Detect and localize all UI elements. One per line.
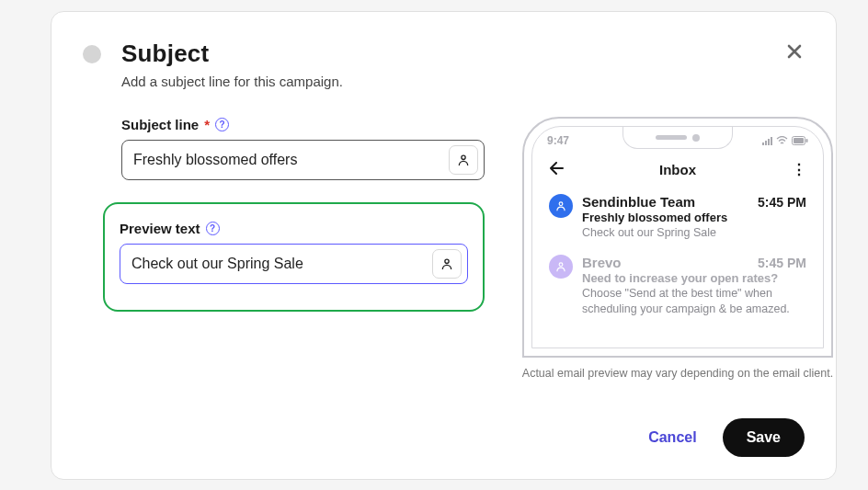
email-time: 5:45 PM [758,195,806,210]
subject-modal: Subject Add a subject line for this camp… [51,11,837,480]
email-body: Sendinblue Team 5:45 PM Freshly blossome… [582,194,806,240]
email-preview: Choose "Send at the best time" when sche… [582,286,806,316]
person-icon [456,153,471,167]
phone-notch [622,127,733,149]
svg-rect-3 [806,139,808,142]
close-icon[interactable] [784,40,805,67]
back-arrow-icon[interactable] [549,160,564,179]
cancel-button[interactable]: Cancel [641,420,703,455]
status-clock: 9:47 [547,134,569,147]
form-column: Subject line * ? Preview text ? [121,117,485,380]
more-icon[interactable]: ⋮ [792,161,806,178]
notch-speaker [656,135,687,140]
modal-header: Subject Add a subject line for this camp… [83,40,805,89]
save-button[interactable]: Save [723,418,805,457]
content-row: Subject line * ? Preview text ? [121,117,805,380]
avatar [549,255,573,279]
modal-title: Subject [121,40,784,68]
svg-point-0 [462,155,465,159]
phone-mockup: 9:47 Inbox [522,117,833,358]
title-block: Subject Add a subject line for this camp… [121,40,784,89]
svg-point-5 [559,202,563,206]
avatar [549,194,573,218]
svg-point-1 [445,259,449,263]
phone-screen: 9:47 Inbox [531,126,824,348]
help-icon[interactable]: ? [215,118,229,131]
email-subject: Freshly blossomed offers [582,211,806,224]
person-icon [554,199,567,212]
email-item: Brevo 5:45 PM Need to increase your open… [532,249,823,325]
preview-text-input[interactable] [131,256,432,272]
preview-text-label: Preview text [120,221,200,236]
email-subject: Need to increase your open rates? [582,271,806,285]
person-icon [554,260,567,273]
svg-rect-4 [794,138,804,143]
preview-text-highlight: Preview text ? [103,202,485,312]
email-item: Sendinblue Team 5:45 PM Freshly blossome… [532,188,823,249]
subject-line-label-row: Subject line * ? [121,117,485,132]
email-top-row: Sendinblue Team 5:45 PM [582,194,806,210]
modal-subtitle: Add a subject line for this campaign. [121,74,784,89]
email-sender: Brevo [582,255,622,270]
status-icons [762,134,808,147]
personalize-button[interactable] [449,145,478,175]
required-marker: * [204,117,210,132]
help-icon[interactable]: ? [206,222,220,235]
inbox-header: Inbox ⋮ [532,147,823,188]
email-time: 5:45 PM [758,256,806,270]
battery-icon [792,136,808,145]
preview-column: 9:47 Inbox [512,117,843,380]
step-indicator [83,45,101,63]
inbox-title: Inbox [659,162,696,177]
signal-icon [762,137,772,145]
preview-note: Actual email preview may vary depending … [512,367,843,380]
preview-text-input-wrap [120,244,468,284]
wifi-icon [776,136,788,145]
personalize-button[interactable] [432,249,462,279]
email-preview: Check out our Spring Sale [582,225,806,240]
subject-line-label: Subject line [121,117,199,132]
subject-line-input-wrap [121,140,485,180]
subject-line-input[interactable] [133,152,449,168]
email-sender: Sendinblue Team [582,194,695,210]
svg-point-6 [559,263,563,267]
email-body: Brevo 5:45 PM Need to increase your open… [582,255,806,316]
person-icon [440,256,454,271]
preview-text-label-row: Preview text ? [120,221,468,236]
notch-camera [692,134,700,142]
modal-footer: Cancel Save [641,418,805,457]
email-top-row: Brevo 5:45 PM [582,255,806,270]
